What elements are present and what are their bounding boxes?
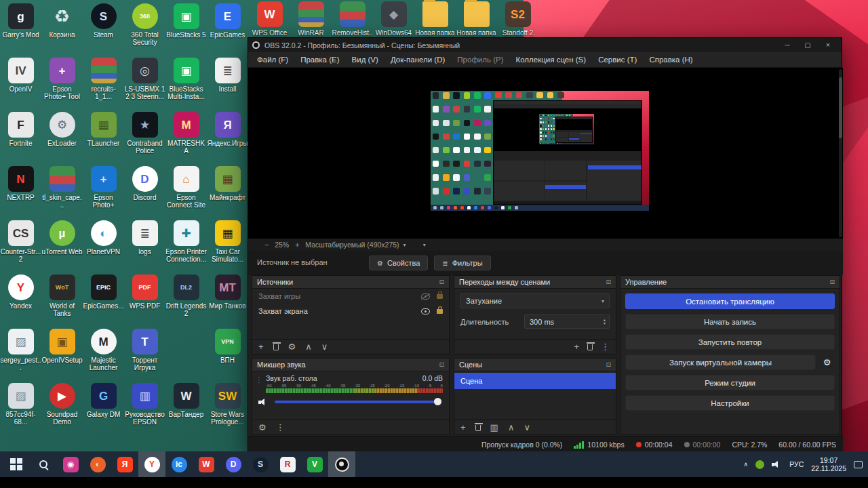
taskbar-icq-app[interactable]: ic [165,451,193,477]
sources-dock-header[interactable]: Источники ⊡ [252,276,449,289]
menu-вид-v[interactable]: Вид (V) [346,52,384,68]
scale-mode-dropdown[interactable]: Масштабируемый (490x275) ▾ [305,241,406,249]
desktop-icon-epicgames[interactable]: EPICEpicGames... [83,274,124,310]
minimize-button[interactable]: ─ [778,38,797,52]
mixer-dock-header[interactable]: Микшер звука ⊡ [252,359,449,371]
desktop-icon-utorrent-web[interactable]: µuTorrent Web [41,220,83,256]
desktop-icon-мир-танков[interactable]: МТМир Танков [207,274,248,310]
virtual-camera-settings-gear-icon[interactable]: ⚙ [819,354,835,370]
obs-preview-canvas[interactable] [248,68,843,239]
remove-transition-button[interactable] [587,344,593,350]
duration-spinner[interactable]: ▴▾ [604,319,608,325]
mixer-grip-icon[interactable]: ⋮ [256,377,262,383]
transition-menu-dots-icon[interactable]: ⋮ [601,342,610,351]
control-остановить-трансляцию[interactable]: Остановить трансляцию [625,293,835,309]
menu-док-панели-d[interactable]: Док-панели (D) [384,52,451,68]
desktop-icon-nextrp[interactable]: NNEXTRP [0,166,41,201]
dock-popout-icon[interactable]: ⊡ [606,361,611,368]
desktop-icon-world-of-tanks[interactable]: WoTWorld of Tanks [41,274,83,317]
menu-сервис-t[interactable]: Сервис (T) [592,52,643,68]
language-indicator[interactable]: РУС [789,460,804,468]
filters-button[interactable]: ≣ Фильтры [434,256,490,270]
notification-center-icon[interactable] [854,461,863,468]
visibility-eye-icon[interactable] [421,308,430,314]
control-запустить-повтор[interactable]: Запустить повтор [625,334,835,350]
menu-файл-f[interactable]: Файл (F) [251,52,294,68]
tray-green-app-icon[interactable] [755,460,764,469]
mixer-settings-gear-icon[interactable]: ⚙ [258,423,267,432]
desktop-icon-winrar[interactable]: WinRAR [290,1,332,37]
taskbar-photos-app[interactable]: ◉ [57,451,84,477]
maximize-button[interactable]: ▢ [798,38,817,52]
desktop-icon-majestic-launcher[interactable]: MMajestic Launcher [83,329,124,371]
desktop-icon-install[interactable]: ≣Install [207,58,248,93]
obs-titlebar[interactable]: OBS 32.0.2 - Профиль: Безымянный - Сцены… [248,38,842,52]
desktop-icon-epicgames[interactable]: EEpicGames [207,3,248,39]
menu-профиль-p[interactable]: Профиль (P) [451,52,509,68]
desktop-icon-standoff-2[interactable]: S2Standoff 2 [497,1,538,37]
properties-button[interactable]: ⚙ Свойства [369,256,428,270]
desktop-icon-windows64[interactable]: ◆WinDows64 [373,1,414,37]
menu-коллекция-сцен-s[interactable]: Коллекция сцен (S) [510,52,593,68]
desktop-icon-торрент-игрука[interactable]: TТоррент Игрука [124,329,165,371]
desktop-icon-ls-usbmx-1-2-3-steerin[interactable]: ◎LS-USBMX 1 2 3 Steerin... [124,58,165,100]
mixer-menu-dots-icon[interactable]: ⋮ [276,423,285,432]
preview-scrollbar[interactable] [839,69,842,237]
tray-clock[interactable]: 19:07 22.11.2025 [811,456,846,472]
source-row-захват-игры[interactable]: Захват игры [252,289,449,304]
move-source-down-button[interactable]: ∨ [321,342,328,351]
taskbar-v-green-app[interactable]: V [301,451,328,477]
desktop-icon-впн[interactable]: VPNВПН [207,329,248,364]
desktop-icon-epson-photo[interactable]: +Epson Photo+ [83,166,124,209]
desktop-icon-taxi-car-simulato[interactable]: ▦Taxi Car Simulato... [207,220,248,263]
taskbar-steam[interactable]: S [247,451,274,477]
tray-expand-chevron-icon[interactable]: ∧ [744,461,749,468]
move-scene-up-button[interactable]: ∧ [508,423,515,432]
desktop-icon-epson-printer-connection[interactable]: ✚Epson Printer Connection... [165,220,207,263]
taskbar-browser-orange[interactable]: ◐ [84,451,111,477]
lock-icon[interactable] [437,294,443,299]
taskbar-yandex-browser[interactable]: Я [111,451,138,477]
taskbar-search[interactable] [30,451,57,477]
desktop-icon-bluestacks-5[interactable]: ▣BlueStacks 5 [165,3,207,39]
desktop-icon-яндекс-игры[interactable]: ЯЯндекс.Игры [207,112,248,147]
menu-правка-e[interactable]: Правка (E) [294,52,345,68]
taskbar-obs-studio[interactable] [328,451,355,477]
preview-options-chevron[interactable]: ▾ [423,242,426,248]
scene-filters-icon[interactable]: ▥ [490,423,498,432]
add-scene-button[interactable]: + [460,423,466,432]
volume-slider[interactable] [275,401,441,403]
desktop-icon-logs[interactable]: ≣logs [124,220,165,256]
volume-slider-knob[interactable] [434,398,441,405]
controls-dock-header[interactable]: Управление ⊡ [620,276,840,289]
desktop-icon-galaxy-dm[interactable]: GGalaxy DM [83,383,124,418]
desktop-icon-contraband-police[interactable]: ★Contraband Police [124,112,165,155]
volume-icon[interactable] [772,460,782,468]
desktop-icon-drift-legends-2[interactable]: DL2Drift Legends 2 [165,274,207,317]
desktop-icon-epson-photo-tool[interactable]: +Epson Photo+ Tool [41,58,83,100]
close-button[interactable]: × [818,38,837,52]
desktop-icon-майнкрафт[interactable]: ▦Майнкрафт [207,166,248,201]
desktop-icon-planetvpn[interactable]: ◐PlanetVPN [83,220,124,256]
desktop-icon-garry-s-mod[interactable]: gGarry's Mod [0,3,41,39]
dock-popout-icon[interactable]: ⊡ [829,279,835,285]
taskbar-r-app[interactable]: R [274,451,301,477]
desktop-icon-tlauncher[interactable]: ▦TLauncher [83,112,124,147]
dock-popout-icon[interactable]: ⊡ [606,279,611,285]
desktop-icon-fortnite[interactable]: FFortnite [0,112,41,147]
dock-popout-icon[interactable]: ⊡ [439,279,444,285]
add-source-button[interactable]: + [258,342,264,351]
remove-scene-button[interactable] [475,425,481,431]
control-настройки[interactable]: Настройки [625,395,835,411]
taskbar-wps-office[interactable]: W [193,451,220,477]
duration-input[interactable]: 300 ms ▴▾ [524,314,610,329]
desktop-icon-steam[interactable]: SSteam [83,3,124,39]
desktop-icon-openiv[interactable]: IVOpenIV [0,58,41,93]
move-source-up-button[interactable]: ∧ [305,342,312,351]
desktop-icon-wps-office[interactable]: WWPS Office [249,1,290,37]
desktop-icon-epson-connect-site[interactable]: ⌂Epson Connect Site [165,166,207,209]
dock-popout-icon[interactable]: ⊡ [439,361,444,368]
visibility-eye-off-icon[interactable] [421,293,430,300]
desktop-icon-discord[interactable]: DDiscord [124,166,165,201]
desktop-icon-новая-папка[interactable]: Новая папка [414,1,456,37]
